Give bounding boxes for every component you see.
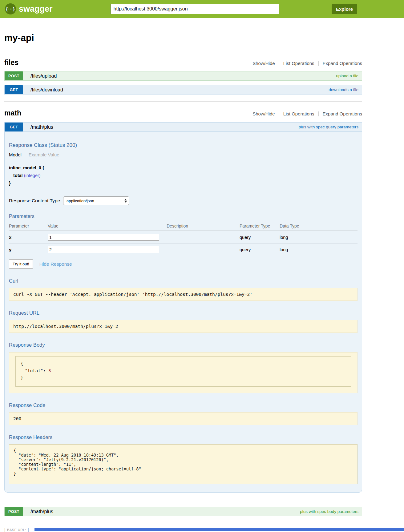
- request-url-value: http://localhost:3000/math/plus?x=1&y=2: [9, 320, 358, 333]
- response-content-type-select[interactable]: application/json: [63, 196, 129, 205]
- select-arrows-icon: [124, 199, 127, 203]
- response-headers-json: { "date": "Wed, 22 Aug 2018 18:49:13 GMT…: [14, 448, 353, 476]
- response-headers-heading: Response Headers: [9, 434, 358, 440]
- col-value: Value: [48, 224, 167, 231]
- response-body-block: { "total": 3 }: [9, 352, 358, 393]
- parameter-row-y: y query long: [9, 244, 358, 256]
- bottom-blue-strip: [34, 528, 404, 531]
- link-divider: [318, 61, 319, 66]
- response-body-json: { "total": 3 }: [15, 356, 351, 387]
- col-data-type: Data Type: [280, 224, 358, 231]
- parameters-table: Parameter Value Description Parameter Ty…: [9, 224, 358, 256]
- response-code-value: 200: [9, 412, 358, 425]
- files-section-heading: files: [4, 58, 18, 67]
- math-show-hide-link[interactable]: Show/Hide: [252, 111, 275, 116]
- operation-summary-link[interactable]: downloads a file: [329, 87, 358, 92]
- try-it-out-button[interactable]: Try it out!: [9, 259, 33, 269]
- operation-path-link[interactable]: /math/plus: [30, 509, 53, 514]
- model-close-line: }: [9, 179, 358, 187]
- math-list-operations-link[interactable]: List Operations: [283, 111, 314, 116]
- param-data-type: long: [280, 231, 358, 244]
- response-content-type-label: Response Content Type: [9, 198, 60, 204]
- parameter-row-x: x query long: [9, 231, 358, 244]
- link-divider: [279, 61, 279, 66]
- col-description: Description: [167, 224, 240, 231]
- brand-title: swagger: [19, 4, 53, 14]
- math-section: math Show/Hide List Operations Expand Op…: [4, 109, 362, 516]
- parameters-heading: Parameters: [9, 214, 358, 219]
- param-description: [167, 231, 240, 244]
- bracket-close: ]: [27, 527, 29, 532]
- link-divider: [279, 111, 279, 116]
- operation-path-link[interactable]: /files/upload: [30, 73, 57, 79]
- section-divider: [4, 101, 362, 102]
- operation-row-get-math-plus[interactable]: GET /math/plus plus with spec query para…: [4, 122, 362, 132]
- math-section-heading: math: [4, 109, 21, 117]
- operation-path-link[interactable]: /files/download: [30, 87, 63, 93]
- param-description: [167, 244, 240, 256]
- post-method-badge[interactable]: POST: [5, 71, 23, 80]
- curl-command: curl -X GET --header 'Accept: applicatio…: [9, 288, 358, 301]
- math-expand-operations-link[interactable]: Expand Operations: [323, 111, 362, 116]
- response-body-heading: Response Body: [9, 342, 358, 348]
- page-title: my-api: [4, 33, 362, 43]
- tab-example-value[interactable]: Example Value: [29, 152, 59, 157]
- tab-model[interactable]: Model: [9, 152, 22, 157]
- files-expand-operations-link[interactable]: Expand Operations: [323, 61, 362, 66]
- model-prop-name: total: [13, 173, 23, 178]
- model-signature: inline_model_0 { total (integer) }: [9, 164, 358, 187]
- header-bar: {⋯} swagger Explore: [0, 0, 404, 18]
- tab-divider: [25, 151, 25, 158]
- selected-content-type: application/json: [67, 199, 94, 203]
- param-y-value-input[interactable]: [48, 246, 159, 253]
- curl-heading: Curl: [9, 278, 358, 284]
- response-code-heading: Response Code: [9, 402, 358, 408]
- col-parameter: Parameter: [9, 224, 48, 231]
- operation-summary-link[interactable]: plus with spec query parameters: [299, 125, 358, 129]
- base-url-label: BASE URL:: [7, 528, 26, 532]
- link-divider: [318, 111, 319, 116]
- bracket-open: [: [4, 527, 6, 532]
- operation-row-get-files-download[interactable]: GET /files/download downloads a file: [4, 85, 362, 95]
- response-headers-block: { "date": "Wed, 22 Aug 2018 18:49:13 GMT…: [9, 444, 358, 484]
- model-tabs: Model Example Value: [9, 151, 358, 158]
- model-prop-type: (integer): [24, 173, 41, 178]
- operation-summary-link[interactable]: plus with spec body parameters: [300, 509, 358, 514]
- files-section: files Show/Hide List Operations Expand O…: [4, 58, 362, 102]
- param-type: query: [240, 244, 280, 256]
- json-close-brace: }: [21, 374, 346, 381]
- response-class-heading: Response Class (Status 200): [9, 142, 358, 148]
- get-method-badge[interactable]: GET: [5, 123, 23, 131]
- json-open-brace: {: [21, 360, 346, 367]
- request-url-heading: Request URL: [9, 310, 358, 316]
- param-x-value-input[interactable]: [48, 234, 159, 241]
- operation-row-post-math-plus[interactable]: POST /math/plus plus with spec body para…: [4, 507, 362, 516]
- json-number-value: 3: [48, 368, 51, 373]
- swagger-logo-icon: {⋯}: [5, 3, 16, 14]
- operation-detail-panel: Response Class (Status 200) Model Exampl…: [4, 132, 362, 493]
- param-data-type: long: [280, 244, 358, 256]
- post-method-badge[interactable]: POST: [5, 507, 23, 516]
- operation-row-post-files-upload[interactable]: POST /files/upload upload a file: [4, 71, 362, 81]
- param-name: y: [9, 247, 11, 252]
- model-open-line: inline_model_0 {: [9, 164, 358, 172]
- explore-button[interactable]: Explore: [332, 4, 357, 14]
- spec-url-input[interactable]: [111, 4, 279, 14]
- operation-summary-link[interactable]: upload a file: [336, 74, 358, 78]
- get-method-badge[interactable]: GET: [5, 85, 23, 94]
- files-list-operations-link[interactable]: List Operations: [283, 61, 314, 66]
- hide-response-link[interactable]: Hide Response: [39, 261, 72, 267]
- operation-path-link[interactable]: /math/plus: [30, 124, 53, 130]
- json-key: "total":: [25, 368, 46, 373]
- col-parameter-type: Parameter Type: [240, 224, 280, 231]
- files-show-hide-link[interactable]: Show/Hide: [252, 61, 275, 66]
- param-name: x: [9, 235, 11, 240]
- param-type: query: [240, 231, 280, 244]
